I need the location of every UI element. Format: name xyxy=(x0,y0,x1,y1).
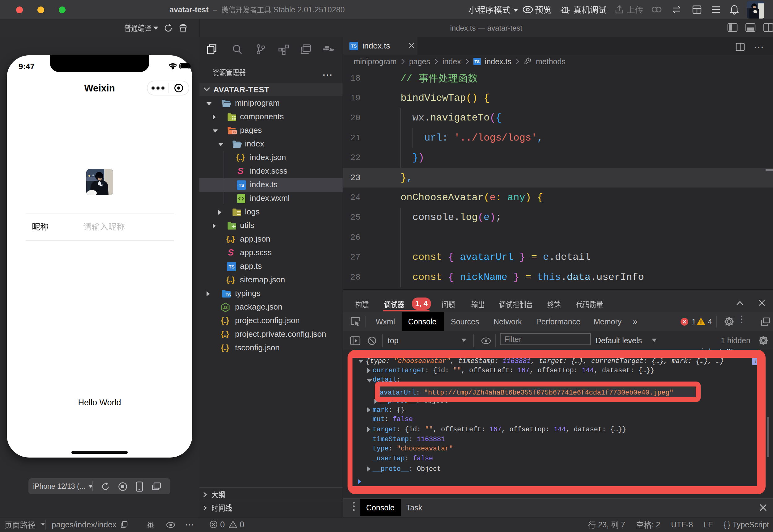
svg-text:JS: JS xyxy=(223,306,228,310)
svg-text:TS: TS xyxy=(226,293,231,297)
